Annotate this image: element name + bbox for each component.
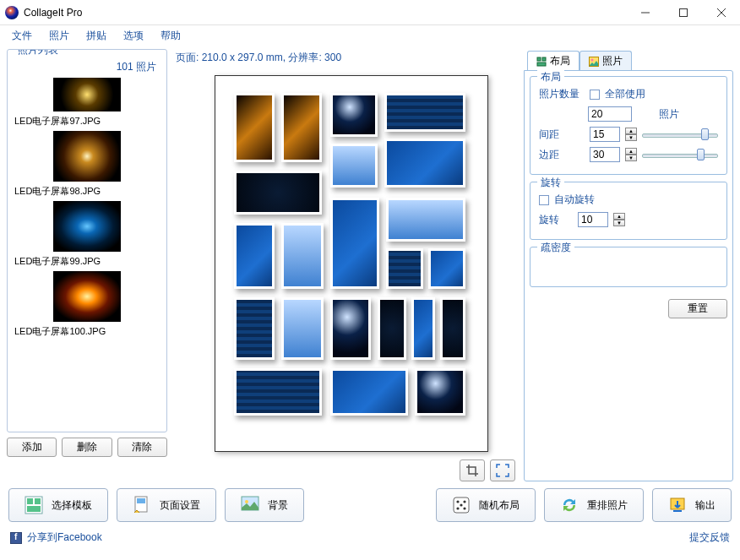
collage-cell[interactable]	[411, 297, 435, 360]
photo-count: 101 照片	[13, 58, 161, 76]
export-button[interactable]: 输出	[652, 488, 732, 522]
main-toolbar: 选择模板 页面设置 背景 随机布局 重排照片 输出	[0, 481, 740, 529]
svg-rect-12	[27, 506, 41, 512]
margin-slider[interactable]	[642, 147, 718, 162]
collage-cell[interactable]	[281, 93, 322, 162]
reset-button[interactable]: 重置	[668, 299, 727, 318]
collage-cell[interactable]	[330, 297, 371, 360]
export-icon	[668, 496, 687, 514]
margin-spinner[interactable]: ▲▼	[625, 148, 637, 161]
button-label: 输出	[695, 498, 716, 513]
fit-icon	[496, 464, 509, 477]
close-button[interactable]	[702, 0, 740, 24]
app-icon	[5, 6, 19, 19]
window-controls	[626, 0, 740, 24]
collage-cell[interactable]	[281, 223, 324, 289]
thumbnail-caption: LED电子屏幕100.JPG	[14, 325, 160, 338]
collage-cell[interactable]	[415, 368, 465, 416]
rotate-spinner[interactable]: ▲▼	[613, 213, 625, 226]
auto-rotate-checkbox[interactable]	[539, 195, 549, 205]
collage-cell[interactable]	[281, 297, 324, 360]
list-item[interactable]: LED电子屏幕99.JPG	[14, 201, 160, 268]
background-button[interactable]: 背景	[225, 488, 304, 522]
feedback-link[interactable]: 提交反馈	[689, 530, 730, 545]
collage-cell[interactable]	[428, 248, 465, 289]
svg-rect-14	[137, 498, 145, 503]
collage-cell[interactable]	[330, 93, 378, 137]
collage-cell[interactable]	[234, 93, 275, 162]
dice-icon	[452, 496, 471, 514]
menu-collage[interactable]: 拼贴	[79, 27, 113, 45]
thumbnail-caption: LED电子屏幕98.JPG	[14, 185, 160, 198]
thumbnail-image	[53, 201, 121, 252]
collage-cell[interactable]	[378, 297, 406, 360]
minimize-button[interactable]	[626, 0, 664, 24]
tab-layout[interactable]: 布局	[527, 51, 579, 71]
delete-button[interactable]: 删除	[62, 438, 112, 457]
layout-legend: 布局	[537, 70, 564, 84]
list-item[interactable]: LED电子屏幕97.JPG	[14, 78, 160, 128]
fit-button[interactable]	[490, 459, 515, 481]
collage-cell[interactable]	[234, 297, 275, 360]
menu-help[interactable]: 帮助	[154, 27, 188, 45]
button-label: 重排照片	[587, 498, 628, 513]
svg-rect-11	[35, 498, 41, 504]
collage-cell[interactable]	[440, 297, 465, 360]
spacing-spinner[interactable]: ▲▼	[625, 128, 637, 141]
collage-cell[interactable]	[386, 248, 423, 289]
collage-cell[interactable]	[234, 223, 275, 289]
layout-icon	[536, 57, 547, 67]
collage-cell[interactable]	[234, 171, 322, 215]
random-layout-button[interactable]: 随机布局	[436, 488, 536, 522]
collage-cell[interactable]	[384, 139, 465, 188]
thumbnail-list[interactable]: LED电子屏幕97.JPG LED电子屏幕98.JPG LED电子屏幕99.JP…	[13, 76, 161, 340]
menu-file[interactable]: 文件	[5, 27, 39, 45]
select-template-button[interactable]: 选择模板	[8, 488, 108, 522]
list-item[interactable]: LED电子屏幕100.JPG	[14, 271, 160, 338]
tabbar: 布局 照片	[524, 49, 733, 71]
photo-list-legend: 照片列表	[14, 49, 62, 57]
collage-cell[interactable]	[386, 198, 465, 242]
svg-point-16	[245, 500, 248, 503]
svg-rect-10	[27, 498, 33, 504]
collage-cell[interactable]	[234, 368, 322, 416]
collage-cell[interactable]	[330, 198, 379, 289]
add-button[interactable]: 添加	[7, 438, 57, 457]
rotation-legend: 旋转	[537, 176, 564, 190]
share-facebook-link[interactable]: 分享到Facebook	[27, 530, 102, 545]
tab-photo[interactable]: 照片	[579, 51, 632, 71]
page-setup-button[interactable]: 页面设置	[117, 488, 216, 522]
canvas-toolbar	[172, 454, 519, 481]
clear-button[interactable]: 清除	[117, 438, 167, 457]
use-all-checkbox[interactable]	[590, 90, 600, 100]
footer: 分享到Facebook 提交反馈	[0, 529, 740, 548]
crop-button[interactable]	[460, 459, 485, 481]
spacing-slider[interactable]	[642, 127, 718, 142]
button-label: 页面设置	[160, 498, 200, 513]
photo-count-input[interactable]	[588, 106, 632, 122]
collage-cell[interactable]	[384, 93, 465, 132]
rearrange-button[interactable]: 重排照片	[544, 488, 644, 522]
rotate-label: 旋转	[539, 213, 573, 227]
thumbnail-caption: LED电子屏幕99.JPG	[14, 255, 160, 268]
collage-cell[interactable]	[330, 368, 408, 416]
spacing-input[interactable]	[590, 127, 620, 142]
margin-input[interactable]	[590, 147, 620, 162]
app-title: CollageIt Pro	[24, 7, 626, 19]
collage-cell[interactable]	[330, 144, 378, 188]
svg-rect-4	[537, 57, 541, 61]
thumbnail-image	[53, 131, 121, 182]
svg-rect-6	[537, 63, 546, 66]
page-canvas[interactable]	[215, 75, 488, 452]
canvas-area[interactable]	[172, 70, 519, 454]
maximize-button[interactable]	[664, 0, 702, 24]
menu-photo[interactable]: 照片	[42, 27, 76, 45]
photo-list-buttons: 添加 删除 清除	[7, 438, 167, 457]
rotate-input[interactable]	[578, 212, 608, 227]
menu-options[interactable]: 选项	[117, 27, 150, 45]
list-item[interactable]: LED电子屏幕98.JPG	[14, 131, 160, 198]
svg-point-18	[456, 500, 459, 503]
right-column: 布局 照片 布局 照片数量 全部使用 照片	[524, 49, 733, 481]
svg-point-22	[463, 507, 465, 509]
reset-row: 重置	[530, 299, 727, 318]
